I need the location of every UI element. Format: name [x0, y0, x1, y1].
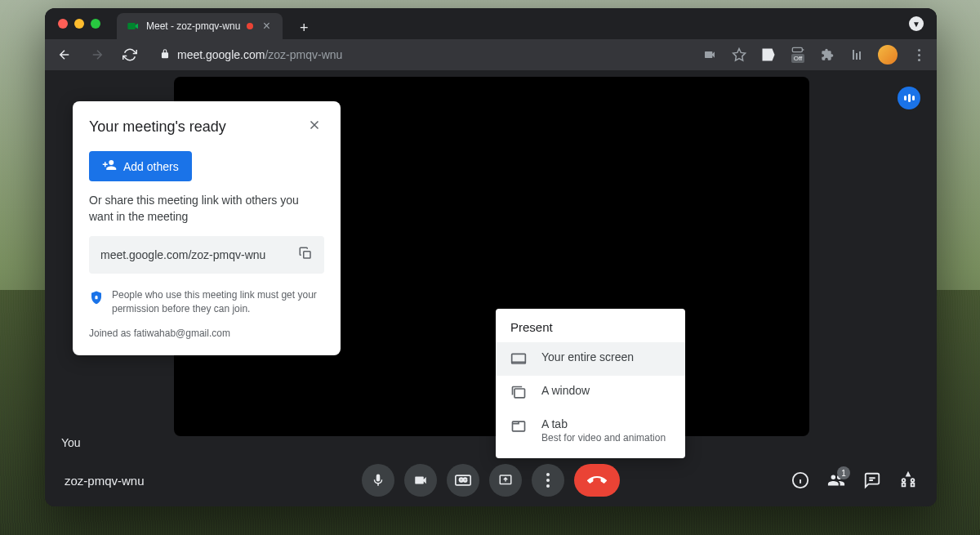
meet-content: You Your meeting's ready Add others Or s… — [45, 70, 937, 506]
present-option-screen[interactable]: Your entire screen — [496, 342, 685, 376]
extension-battery-icon[interactable]: Off — [790, 47, 806, 63]
extension-tag-icon[interactable] — [760, 47, 777, 63]
tab-meet[interactable]: Meet - zoz-pmqv-wnu × — [117, 13, 283, 39]
present-option-label: Your entire screen — [541, 350, 634, 363]
browser-window: Meet - zoz-pmqv-wnu × + ▼ meet.google.co… — [45, 8, 937, 506]
camera-button[interactable] — [404, 464, 437, 497]
info-button[interactable] — [791, 471, 809, 489]
joined-as: Joined as fatiwahab@gmail.com — [89, 328, 324, 339]
svg-rect-2 — [304, 252, 310, 258]
tab-icon — [510, 418, 527, 435]
meeting-link: meet.google.com/zoz-pmqv-wnu — [100, 248, 265, 261]
permission-text: People who use this meeting link must ge… — [112, 288, 324, 316]
meet-favicon-icon — [127, 20, 140, 33]
url-text: meet.google.com/zoz-pmqv-wnu — [177, 48, 342, 61]
svg-rect-4 — [96, 297, 98, 299]
activities-button[interactable] — [899, 471, 917, 489]
media-playlist-icon[interactable] — [849, 47, 865, 63]
captions-button[interactable]: CC — [447, 464, 479, 497]
browser-menu-button[interactable] — [911, 47, 927, 63]
titlebar: Meet - zoz-pmqv-wnu × + ▼ — [45, 8, 937, 39]
account-switcher-icon[interactable]: ▼ — [909, 16, 924, 31]
profile-avatar[interactable] — [878, 45, 898, 65]
window-controls — [58, 19, 100, 29]
call-controls: CC — [362, 464, 620, 497]
chat-button[interactable] — [863, 471, 881, 489]
present-option-label: A tab — [541, 417, 666, 430]
mic-button[interactable] — [362, 464, 394, 497]
svg-rect-0 — [127, 23, 135, 29]
svg-text:CC: CC — [459, 478, 467, 484]
add-others-label: Add others — [123, 160, 179, 173]
audio-indicator-icon — [898, 87, 920, 109]
hangup-button[interactable] — [574, 464, 620, 497]
close-panel-button[interactable] — [305, 118, 324, 136]
tab-title: Meet - zoz-pmqv-wnu — [146, 20, 240, 32]
share-description: Or share this meeting link with others y… — [89, 193, 324, 225]
tab-strip: Meet - zoz-pmqv-wnu × + — [117, 8, 909, 39]
copy-link-button[interactable] — [298, 246, 313, 264]
present-option-sublabel: Best for video and animation — [541, 432, 666, 444]
maximize-window-button[interactable] — [91, 19, 100, 29]
people-count-badge: 1 — [837, 466, 850, 479]
present-option-window[interactable]: A window — [496, 376, 685, 409]
forward-button[interactable] — [87, 45, 107, 65]
back-button[interactable] — [55, 45, 74, 65]
meeting-code: zoz-pmqv-wnu — [65, 474, 145, 488]
ready-title: Your meeting's ready — [89, 118, 226, 136]
lock-icon — [159, 48, 171, 62]
meeting-link-box: meet.google.com/zoz-pmqv-wnu — [89, 236, 324, 274]
present-button[interactable] — [489, 464, 522, 497]
meeting-ready-panel: Your meeting's ready Add others Or share… — [73, 101, 341, 355]
present-option-label: A window — [541, 384, 590, 397]
bookmark-icon[interactable] — [731, 47, 747, 63]
more-options-button[interactable] — [532, 464, 564, 497]
minimize-window-button[interactable] — [74, 19, 84, 29]
svg-rect-1 — [792, 47, 802, 51]
present-menu-title: Present — [496, 309, 685, 342]
people-button[interactable]: 1 — [827, 471, 845, 489]
participant-label: You — [61, 436, 81, 449]
toolbar: meet.google.com/zoz-pmqv-wnu Off — [45, 39, 937, 70]
present-option-tab[interactable]: A tab Best for video and animation — [496, 409, 685, 452]
shield-icon — [89, 290, 104, 305]
off-badge: Off — [791, 54, 805, 63]
bottom-bar: zoz-pmqv-wnu CC — [45, 454, 937, 506]
tab-close-button[interactable]: × — [260, 19, 273, 33]
add-others-button[interactable]: Add others — [89, 151, 192, 181]
close-window-button[interactable] — [58, 19, 68, 29]
screen-icon — [510, 351, 527, 368]
right-controls: 1 — [791, 471, 917, 489]
present-menu: Present Your entire screen A window A ta… — [496, 309, 685, 458]
person-add-icon — [102, 158, 117, 175]
camera-permission-icon[interactable] — [702, 47, 718, 63]
extensions-button[interactable] — [819, 47, 835, 63]
reload-button[interactable] — [120, 45, 140, 65]
recording-indicator-icon — [247, 23, 253, 29]
window-icon — [510, 385, 527, 401]
address-bar[interactable]: meet.google.com/zoz-pmqv-wnu — [153, 48, 688, 62]
svg-rect-6 — [514, 389, 525, 398]
new-tab-button[interactable]: + — [292, 16, 315, 39]
